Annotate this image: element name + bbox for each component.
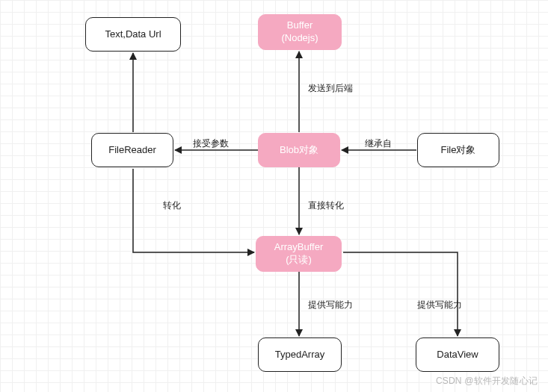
- node-label: Buffer: [287, 19, 313, 32]
- node-label: Text,Data Url: [105, 28, 161, 41]
- edge-label-blob-filereader: 接受参数: [193, 137, 229, 150]
- edge-label-blob-buffer: 发送到后端: [308, 82, 353, 95]
- node-dataview: DataView: [416, 337, 499, 372]
- node-sublabel: (Nodejs): [281, 32, 318, 45]
- edge-label-arraybuf-typed: 提供写能力: [308, 299, 353, 311]
- node-blob: Blob对象: [258, 133, 340, 167]
- node-label: TypedArray: [275, 349, 324, 361]
- diagram-edges: [0, 0, 548, 392]
- node-typedarray: TypedArray: [258, 337, 342, 372]
- node-text-data-url: Text,Data Url: [85, 17, 181, 52]
- edge-label-file-blob: 继承自: [365, 137, 392, 150]
- node-label: DataView: [437, 349, 478, 361]
- node-sublabel: (只读): [286, 254, 312, 267]
- node-label: Blob对象: [280, 144, 318, 157]
- node-arraybuffer: ArrayBuffer (只读): [256, 236, 342, 272]
- watermark-text: CSDN @软件开发随心记: [436, 375, 538, 388]
- node-label: ArrayBuffer: [274, 241, 324, 254]
- node-buffer: Buffer (Nodejs): [258, 14, 342, 50]
- node-label: File对象: [441, 144, 476, 157]
- edge-label-arraybuf-dataview: 提供写能力: [417, 299, 462, 311]
- node-file: File对象: [417, 133, 499, 167]
- node-filereader: FileReader: [91, 133, 173, 167]
- edge-label-reader-arraybuf: 转化: [163, 199, 181, 212]
- edge-label-blob-arraybuf: 直接转化: [308, 199, 344, 212]
- node-label: FileReader: [108, 144, 156, 157]
